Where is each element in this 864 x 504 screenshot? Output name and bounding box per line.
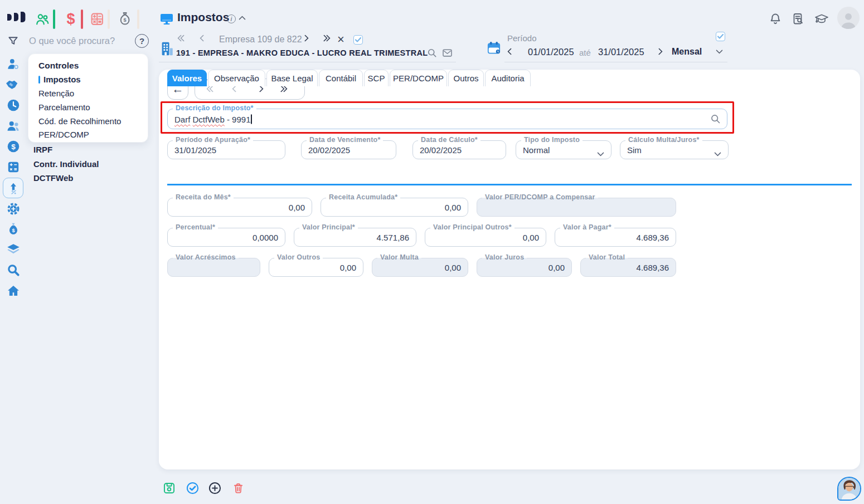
building-icon — [159, 41, 173, 58]
delete-button[interactable] — [232, 481, 245, 495]
receita-acumulada-field[interactable]: Receita Acumulada* 0,00 — [321, 198, 468, 217]
valor-a-pagar-field[interactable]: Valor à Pagar* 4.689,36 — [555, 228, 676, 247]
percentual-field[interactable]: Percentual* 0,0000 — [167, 228, 285, 247]
info-icon[interactable]: i — [227, 14, 236, 23]
calc-blue-icon[interactable] — [6, 160, 21, 174]
tab-outros[interactable]: Outros — [448, 70, 484, 86]
field-value: 4.689,36 — [562, 233, 669, 242]
company-close-icon[interactable]: × — [337, 32, 344, 47]
money-bag-blue-icon[interactable]: $ — [6, 222, 21, 237]
tab-per-dcomp[interactable]: PER/DCOMP — [390, 70, 447, 86]
record-next-icon[interactable] — [258, 86, 263, 91]
notifications-icon[interactable] — [769, 12, 782, 26]
dollar-coin-icon[interactable]: $ — [6, 139, 21, 154]
period-frequency-chevron-icon[interactable] — [717, 48, 722, 53]
user-settings-icon[interactable] — [6, 57, 21, 71]
company-first-icon[interactable] — [178, 36, 186, 41]
add-button[interactable] — [208, 481, 222, 495]
field-label: Valor Principal Outros* — [430, 223, 514, 231]
handshake-icon[interactable] — [5, 77, 21, 91]
field-value: 20/02/2025 — [420, 145, 491, 155]
sidebar-item-label: Impostos — [43, 75, 81, 84]
education-icon[interactable] — [814, 12, 829, 26]
search-input[interactable]: O que você procura? — [29, 36, 129, 46]
descricao-imposto-field[interactable]: Descrição do Imposto* Darf DctfWeb - 999… — [167, 109, 727, 129]
mail-icon[interactable] — [441, 47, 453, 58]
help-icon[interactable]: ? — [135, 34, 149, 48]
active-indicator — [38, 76, 40, 84]
data-calculo-field[interactable]: Data de Cálculo* 20/02/2025 — [412, 140, 506, 159]
valor-total-field: Valor Total 4.689,36 — [580, 258, 676, 277]
sidebar-item-parcelamento[interactable]: Parcelamento — [38, 102, 90, 112]
calculo-multa-juros-select[interactable]: Cálculo Multa/Juros* Sim — [620, 140, 729, 159]
tipo-imposto-select[interactable]: Tipo do Imposto Normal — [516, 140, 611, 159]
period-frequency[interactable]: Mensal — [672, 47, 702, 57]
tab-valores[interactable]: Valores — [167, 70, 207, 86]
confirm-button[interactable] — [186, 481, 200, 495]
valor-principal-outros-field[interactable]: Valor Principal Outros* 0,00 — [425, 228, 546, 247]
field-label: Data de Cálculo* — [418, 136, 480, 144]
sidebar-item-impostos[interactable]: Impostos — [38, 75, 81, 84]
sidebar-item-cod-recolhimento[interactable]: Cód. de Recolhimento — [38, 116, 121, 126]
record-first-icon[interactable] — [207, 86, 215, 91]
chevron-down-icon — [598, 148, 603, 158]
period-checkbox[interactable] — [716, 32, 725, 41]
gear-icon[interactable] — [6, 202, 21, 216]
money-bag-icon[interactable]: $ — [117, 11, 133, 27]
avatar[interactable] — [837, 7, 860, 29]
period-prev-icon[interactable] — [508, 49, 513, 54]
tab-observacao[interactable]: Observação — [208, 70, 265, 86]
valor-acrescimos-field: Valor Acréscimos — [167, 258, 260, 277]
taxes-active-icon[interactable] — [3, 178, 23, 198]
dollar-icon[interactable]: $ — [63, 9, 79, 28]
record-last-icon[interactable] — [279, 86, 287, 91]
home-icon[interactable] — [6, 283, 21, 298]
data-vencimento-field[interactable]: Data de Vencimento* 20/02/2025 — [301, 140, 396, 159]
field-value: 0,00 — [379, 263, 461, 272]
tabs-underline — [167, 184, 852, 185]
calculator-icon[interactable] — [89, 11, 105, 27]
company-next-icon[interactable] — [303, 36, 308, 41]
tab-contabil[interactable]: Contábil — [319, 70, 363, 86]
period-from[interactable]: 01/01/2025 — [528, 47, 574, 57]
people-icon[interactable] — [35, 11, 50, 27]
save-button[interactable] — [162, 481, 176, 495]
page-title: Impostos — [177, 11, 229, 24]
company-prev-icon[interactable] — [201, 36, 206, 41]
sidebar-item-per-dcomp[interactable]: PER/DCOMP — [38, 130, 89, 139]
filter-icon[interactable] — [7, 35, 20, 47]
main-card: ← 1 de 2 Registros Descrição do Imposto*… — [159, 70, 860, 469]
clock-icon[interactable] — [6, 98, 21, 112]
sidebar-group-irpf[interactable]: IRPF — [33, 145, 52, 154]
collapse-icon[interactable] — [240, 17, 245, 22]
field-label: Valor à Pagar* — [560, 223, 614, 231]
company-last-icon[interactable] — [322, 36, 329, 41]
descricao-imposto-label: Descrição do Imposto* — [173, 104, 256, 112]
period-next-icon[interactable] — [657, 49, 662, 54]
receita-mes-field[interactable]: Receita do Mês* 0,00 — [167, 198, 312, 217]
valor-outros-field[interactable]: Valor Outros 0,00 — [269, 258, 363, 277]
field-label: Valor Total — [586, 253, 628, 261]
periodo-apuracao-field[interactable]: Período de Apuração* 31/01/2025 — [167, 140, 285, 159]
descricao-search-icon[interactable] — [710, 113, 721, 127]
company-search-icon[interactable] — [426, 47, 438, 58]
record-prev-icon[interactable] — [233, 86, 238, 91]
app-screen: $ $ O que você procura? ? — [0, 0, 864, 504]
users-icon[interactable] — [6, 119, 21, 133]
tab-auditoria[interactable]: Auditoria — [485, 70, 531, 86]
field-label: Valor Outros — [274, 253, 323, 261]
support-chat-avatar[interactable] — [837, 477, 861, 501]
search-blue-icon[interactable] — [6, 263, 21, 277]
period-label: Período — [507, 33, 537, 43]
layers-icon[interactable] — [6, 243, 21, 256]
document-search-icon[interactable] — [792, 12, 805, 26]
tab-scp[interactable]: SCP — [364, 70, 389, 86]
valor-principal-field[interactable]: Valor Principal* 4.571,86 — [294, 228, 416, 247]
tab-base-legal[interactable]: Base Legal — [266, 70, 318, 86]
sidebar-item-retencao[interactable]: Retenção — [38, 89, 74, 98]
period-to[interactable]: 31/01/2025 — [598, 47, 644, 57]
sidebar-group-dctfweb[interactable]: DCTFWeb — [33, 173, 73, 183]
valor-perdcomp-compensar-field: Valor PER/DCOMP a Compensar — [477, 198, 676, 217]
company-checkbox[interactable] — [353, 35, 363, 45]
sidebar-group-contr-individual[interactable]: Contr. Individual — [33, 159, 99, 169]
